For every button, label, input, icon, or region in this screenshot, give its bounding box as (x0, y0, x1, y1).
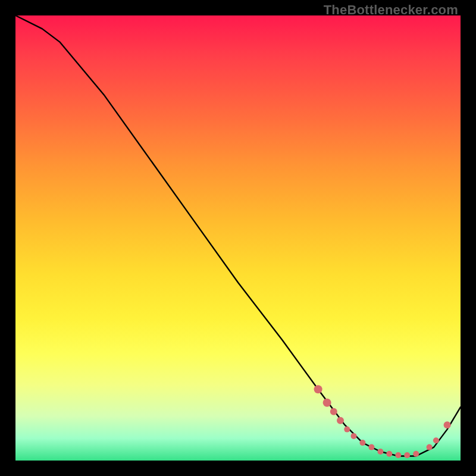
data-marker (413, 451, 419, 457)
data-marker (314, 385, 322, 393)
data-marker (395, 452, 401, 458)
data-marker (330, 408, 337, 415)
data-marker (404, 452, 410, 458)
data-marker (444, 421, 451, 428)
data-marker (427, 444, 433, 450)
data-marker (377, 449, 383, 455)
data-marker (433, 437, 439, 443)
marker-group (314, 385, 451, 458)
chart-plot-area (15, 15, 461, 461)
data-marker (323, 399, 331, 407)
bottleneck-curve (15, 15, 461, 456)
chart-frame: TheBottlenecker.com (0, 0, 476, 476)
data-marker (368, 444, 374, 450)
watermark-text: TheBottlenecker.com (324, 2, 458, 18)
data-marker (351, 433, 357, 439)
data-marker (386, 451, 392, 457)
data-marker (344, 427, 350, 433)
chart-overlay-svg (15, 15, 461, 461)
data-marker (359, 440, 365, 446)
data-marker (337, 417, 344, 424)
